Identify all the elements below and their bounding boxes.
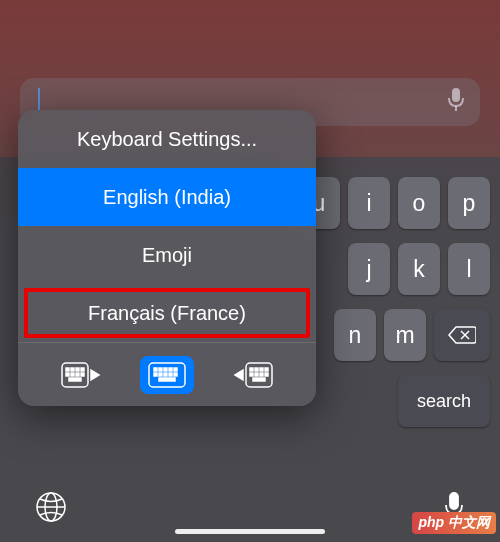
svg-rect-14 bbox=[81, 368, 84, 371]
key-i[interactable]: i bbox=[348, 177, 390, 229]
backspace-key[interactable] bbox=[434, 309, 490, 361]
svg-rect-31 bbox=[159, 378, 175, 381]
backspace-icon bbox=[448, 325, 476, 345]
svg-rect-29 bbox=[169, 373, 172, 376]
svg-rect-17 bbox=[76, 373, 79, 376]
home-indicator[interactable] bbox=[175, 529, 325, 534]
svg-rect-11 bbox=[66, 368, 69, 371]
svg-rect-19 bbox=[69, 378, 81, 381]
search-key[interactable]: search bbox=[398, 375, 490, 427]
keyboard-layout-right-icon[interactable] bbox=[226, 356, 280, 394]
svg-rect-37 bbox=[250, 373, 253, 376]
watermark: php 中文网 bbox=[412, 512, 496, 534]
svg-rect-26 bbox=[154, 373, 157, 376]
svg-rect-33 bbox=[250, 368, 253, 371]
svg-rect-7 bbox=[450, 493, 458, 509]
svg-rect-0 bbox=[452, 88, 460, 102]
svg-rect-30 bbox=[174, 373, 177, 376]
key-n[interactable]: n bbox=[334, 309, 376, 361]
key-k[interactable]: k bbox=[398, 243, 440, 295]
svg-rect-35 bbox=[260, 368, 263, 371]
key-m[interactable]: m bbox=[384, 309, 426, 361]
svg-rect-27 bbox=[159, 373, 162, 376]
key-o[interactable]: o bbox=[398, 177, 440, 229]
popup-footer bbox=[18, 342, 316, 406]
keyboard-layout-full-icon[interactable] bbox=[140, 356, 194, 394]
keyboard-settings-item[interactable]: Keyboard Settings... bbox=[18, 110, 316, 168]
svg-rect-15 bbox=[66, 373, 69, 376]
language-item-francais[interactable]: Français (France) bbox=[18, 284, 316, 342]
svg-rect-23 bbox=[164, 368, 167, 371]
language-item-emoji[interactable]: Emoji bbox=[18, 226, 316, 284]
svg-rect-24 bbox=[169, 368, 172, 371]
svg-rect-41 bbox=[253, 378, 265, 381]
microphone-icon[interactable] bbox=[446, 86, 466, 118]
svg-rect-28 bbox=[164, 373, 167, 376]
key-l[interactable]: l bbox=[448, 243, 490, 295]
svg-rect-12 bbox=[71, 368, 74, 371]
svg-rect-40 bbox=[265, 373, 268, 376]
key-p[interactable]: p bbox=[448, 177, 490, 229]
globe-icon[interactable] bbox=[34, 490, 68, 524]
svg-rect-22 bbox=[159, 368, 162, 371]
key-j[interactable]: j bbox=[348, 243, 390, 295]
svg-rect-38 bbox=[255, 373, 258, 376]
svg-rect-36 bbox=[265, 368, 268, 371]
keyboard-language-popup: Keyboard Settings... English (India) Emo… bbox=[18, 110, 316, 406]
svg-rect-34 bbox=[255, 368, 258, 371]
svg-rect-13 bbox=[76, 368, 79, 371]
svg-rect-39 bbox=[260, 373, 263, 376]
language-item-english[interactable]: English (India) bbox=[18, 168, 316, 226]
keyboard-layout-left-icon[interactable] bbox=[54, 356, 108, 394]
svg-rect-21 bbox=[154, 368, 157, 371]
svg-rect-25 bbox=[174, 368, 177, 371]
svg-rect-18 bbox=[81, 373, 84, 376]
svg-rect-16 bbox=[71, 373, 74, 376]
